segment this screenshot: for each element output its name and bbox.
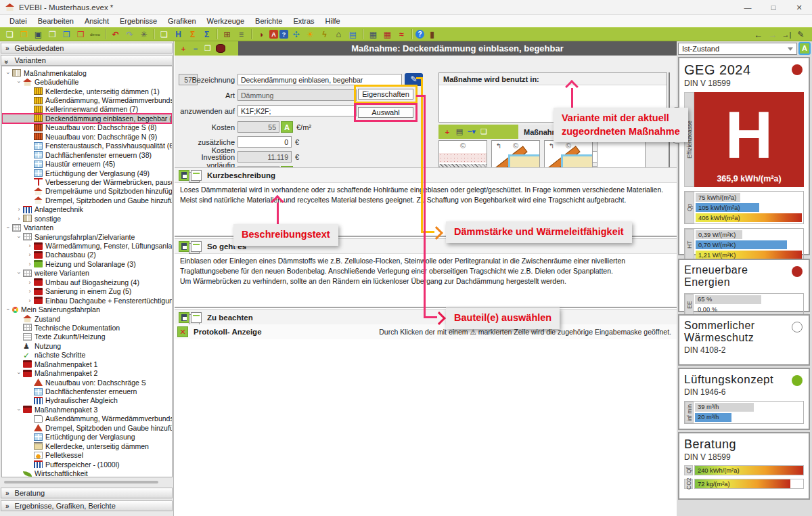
sidebar-panel-ergebnisse[interactable]: » Ergebnisse, Grafiken, Berichte	[1, 500, 173, 511]
sidebar-panel-gebaeudedaten[interactable]: » Gebäudedaten	[1, 43, 173, 53]
bezeichnung-input[interactable]	[238, 74, 402, 85]
wizard-icon[interactable]: ✳	[137, 28, 150, 40]
paste-image-icon[interactable]: ▤	[453, 127, 466, 136]
edit-notes-icon[interactable]: ✎	[794, 29, 807, 41]
collapse-icon[interactable]: ›	[16, 270, 22, 276]
anzuwenden-input[interactable]	[238, 105, 357, 116]
list-icon[interactable]: ≡	[235, 28, 248, 40]
add-massnahme-icon[interactable]: +	[177, 45, 189, 53]
tree-item[interactable]: ›Umbau auf Biogasheizung (4)	[2, 278, 172, 286]
database-icon[interactable]	[216, 44, 225, 53]
menu-extras[interactable]: Extras	[288, 17, 319, 25]
calculator-icon[interactable]: ▦	[367, 28, 380, 40]
expand-icon[interactable]: ›	[16, 206, 22, 213]
copy-icon[interactable]	[191, 312, 202, 323]
tree-item[interactable]: Neuaufbau von: Dachschräge S	[2, 378, 172, 387]
tree-item[interactable]: Ertüchtigung der Verglasung	[2, 433, 172, 442]
label-a-icon[interactable]: A	[269, 30, 278, 39]
menu-ansicht[interactable]: Ansicht	[79, 17, 114, 25]
tree-horizontal-scrollbar[interactable]	[4, 481, 158, 483]
tree-item[interactable]: Kellerdecke, unterseitig dämmen (1)	[2, 87, 172, 95]
tree-item[interactable]: Pufferspeicher - (1000l)	[2, 460, 172, 469]
tree-item[interactable]: Dachflächenfenster erneuern	[2, 387, 172, 395]
expand-icon[interactable]: ›	[26, 261, 33, 267]
tree-item[interactable]: ›Wärmedämmung, Fenster, Lüftungsanlage (…	[2, 241, 172, 250]
eigenschaften-button[interactable]: Eigenschaften	[358, 89, 413, 100]
menu-berichte[interactable]: Berichte	[250, 17, 288, 25]
menu-werkzeuge[interactable]: Werkzeuge	[202, 17, 250, 25]
redo-icon[interactable]: ↷	[123, 28, 136, 40]
tree-item[interactable]: ›Maßnahmenpaket 3	[2, 405, 172, 414]
tree-item[interactable]: ›sonstige	[2, 214, 172, 223]
collapse-icon[interactable]: ›	[16, 406, 22, 413]
collapse-icon[interactable]: ›	[5, 224, 12, 231]
flowchart-icon[interactable]: ⊞	[221, 28, 233, 40]
expand-icon[interactable]: ›	[26, 251, 33, 258]
open-folder-icon[interactable]: ❒	[18, 28, 30, 40]
new-file-icon[interactable]: ❏	[3, 28, 16, 40]
copy-icon[interactable]	[191, 241, 202, 252]
copy-icon[interactable]: ❐	[46, 28, 59, 40]
close-button[interactable]: ✕	[786, 0, 812, 15]
house-energy-icon[interactable]: ⌂	[332, 28, 345, 40]
calculator-warn-icon[interactable]: ▦	[381, 28, 394, 40]
tree-item[interactable]: Fensteraustausch, Passivhausqualität (6)	[2, 142, 172, 150]
kosten-auto-button[interactable]: A	[281, 121, 293, 133]
tree-item[interactable]: Drempelräume und Spitzboden hinzufügen (…	[2, 187, 172, 196]
zkosten-input[interactable]	[238, 136, 292, 148]
tree-item[interactable]: Dachflächenfenster erneuern (38)	[2, 150, 172, 159]
save-icon[interactable]	[179, 170, 189, 181]
add-image-icon[interactable]: +	[441, 128, 453, 136]
protokoll-close-icon[interactable]: ✕	[177, 326, 188, 337]
sidebar-panel-beratung[interactable]: » Beratung	[1, 488, 173, 498]
goto-icon[interactable]: →|	[780, 29, 793, 41]
expand-icon[interactable]: ›	[16, 215, 22, 222]
auswahl-button[interactable]: Auswahl	[358, 107, 413, 118]
tree-item[interactable]: ›Maßnahmenkatalog	[2, 68, 172, 77]
tree-item[interactable]: Zustand	[2, 314, 172, 323]
tree-item[interactable]: ›Mein Sanierungsfahrplan	[2, 305, 172, 314]
collapse-icon[interactable]: ›	[16, 370, 22, 377]
h-beam-icon[interactable]: H	[172, 28, 185, 40]
kurzbeschreibung-text[interactable]: Loses Dämmmaterial wird in vorhandene od…	[175, 183, 677, 207]
save-icon[interactable]	[179, 312, 189, 323]
sun-icon[interactable]: ☀	[304, 28, 317, 40]
tree-item[interactable]: Verbesserung der Wärmebrücken, pauschal …	[2, 177, 172, 186]
expand-icon[interactable]: ›	[26, 279, 33, 286]
tree-item[interactable]: Drempel, Spitzboden und Gaube hinzufügen	[2, 423, 172, 432]
tree-item[interactable]: Außendämmung, Wärmedämmverbundsystem (	[2, 95, 172, 104]
save-icon[interactable]: ▣	[32, 28, 45, 40]
tree-item[interactable]: ›Heizung und Solaranlage (3)	[2, 259, 172, 268]
tree-item[interactable]: Deckendämmung einblasen, begehbar (57)	[2, 114, 172, 123]
maximize-button[interactable]: □	[761, 0, 786, 15]
sum-orange-icon[interactable]: Σ	[186, 28, 199, 40]
expand-icon[interactable]: ›	[26, 288, 33, 295]
collapse-icon[interactable]: ›	[5, 70, 12, 77]
sogehtes-text[interactable]: Einblasen oder Einlegen eines Dämmstoffs…	[175, 254, 677, 288]
notes-icon[interactable]: ▤	[346, 28, 359, 40]
variant-select[interactable]: Ist-Zustand	[678, 43, 797, 55]
tree-item[interactable]: nächste Schritte	[2, 351, 172, 360]
menu-grafiken[interactable]: Grafiken	[162, 17, 202, 25]
copy-massnahme-icon[interactable]: ❐	[202, 44, 214, 53]
tree-item[interactable]: Hydraulischer Abgleich	[2, 396, 172, 405]
tree-item[interactable]: Nutzung	[2, 341, 172, 350]
tree-item[interactable]: ›Varianten	[2, 223, 172, 232]
roof-tool-icon[interactable]: ◗	[255, 28, 268, 40]
help-icon[interactable]: ?	[415, 30, 424, 39]
minimize-button[interactable]: —	[735, 0, 761, 15]
variant-auto-button[interactable]: A	[798, 42, 811, 55]
tree-item[interactable]: ›Anlagentechnik	[2, 205, 172, 214]
forward-icon[interactable]: →	[766, 29, 779, 41]
tree-item[interactable]: Kellerdecke, unterseitig dämmen	[2, 442, 172, 450]
tree-item[interactable]: Pelletkessel	[2, 450, 172, 459]
collapse-icon[interactable]: ›	[5, 306, 12, 313]
menu-ergebnisse[interactable]: Ergebnisse	[114, 17, 162, 25]
tree-item[interactable]: Drempel, Spitzboden und Gaube hinzufügen…	[2, 196, 172, 205]
tree-item[interactable]: Maßnahmenpaket 1	[2, 360, 172, 368]
import-folder-icon[interactable]: ❒	[60, 28, 73, 40]
menu-hilfe[interactable]: Hilfe	[320, 17, 346, 25]
tree-item[interactable]: Außendämmung, Wärmedämmverbundsystem	[2, 414, 172, 423]
tree-item[interactable]: Texte Zukunft/Heizung	[2, 332, 172, 341]
back-icon[interactable]: ←	[752, 29, 765, 41]
